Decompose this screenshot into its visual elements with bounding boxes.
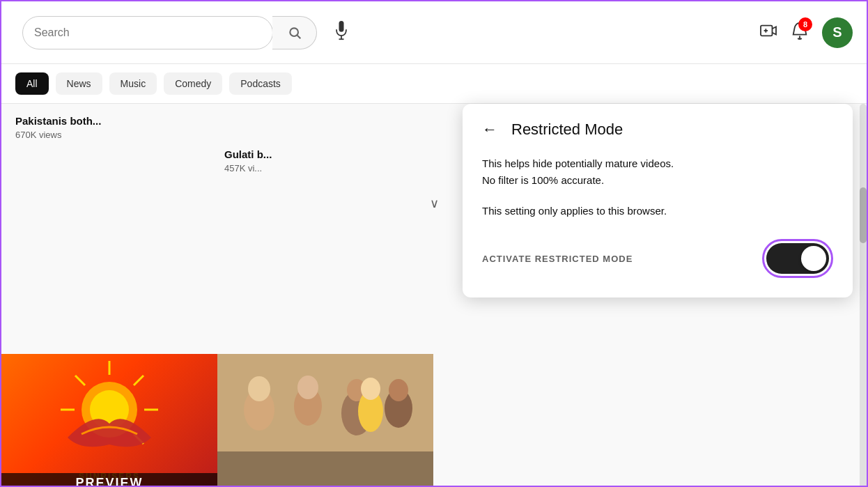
svg-point-28 bbox=[361, 378, 380, 400]
notification-badge: 8 bbox=[798, 17, 812, 31]
header-right: 8 S bbox=[759, 17, 853, 48]
scrollbar-thumb bbox=[860, 187, 867, 243]
chip-news[interactable]: News bbox=[56, 72, 102, 95]
chip-podcasts[interactable]: Podcasts bbox=[229, 72, 292, 95]
panel-title: Restricted Mode bbox=[511, 121, 623, 139]
preview-label: PREVIEW bbox=[1, 473, 217, 487]
chip-music[interactable]: Music bbox=[109, 72, 157, 95]
svg-rect-18 bbox=[217, 451, 433, 487]
notification-button[interactable]: 8 bbox=[791, 22, 808, 44]
search-input[interactable] bbox=[34, 26, 261, 39]
filter-bar: All News Music Comedy Podcasts bbox=[1, 64, 867, 104]
svg-point-0 bbox=[290, 28, 298, 36]
thumbnail-2-bg bbox=[217, 354, 433, 487]
avatar[interactable]: S bbox=[822, 17, 853, 48]
svg-point-26 bbox=[389, 379, 408, 401]
toggle-knob bbox=[801, 246, 826, 271]
video-views-2: 457K vi... bbox=[224, 163, 272, 173]
create-button[interactable] bbox=[759, 23, 777, 42]
chip-comedy[interactable]: Comedy bbox=[164, 72, 222, 95]
main-content: Pakistanis both... 670K views Gulati b..… bbox=[1, 104, 867, 487]
search-bar bbox=[22, 16, 273, 49]
toggle-container bbox=[762, 239, 833, 278]
svg-point-22 bbox=[297, 376, 318, 399]
restricted-mode-toggle[interactable] bbox=[766, 243, 829, 274]
header: 8 S bbox=[1, 1, 867, 64]
chip-all[interactable]: All bbox=[15, 72, 49, 95]
panel-header: ← Restricted Mode bbox=[482, 121, 833, 139]
panel-note: This setting only applies to this browse… bbox=[482, 203, 833, 219]
video-item-2: Gulati b... 457K vi... bbox=[224, 148, 272, 173]
thumbnails-row: SUNRISERS HYDERABAD PREVIEW bbox=[1, 354, 433, 487]
thumbnail-1-bg: SUNRISERS HYDERABAD bbox=[1, 354, 217, 487]
video-title-2: Gulati b... bbox=[224, 148, 272, 160]
svg-point-20 bbox=[248, 376, 270, 401]
header-left bbox=[15, 16, 759, 49]
restricted-mode-panel: ← Restricted Mode This helps hide potent… bbox=[463, 104, 853, 297]
scrollbar[interactable] bbox=[860, 104, 867, 487]
search-button[interactable] bbox=[272, 16, 317, 49]
activate-label: ACTIVATE RESTRICTED MODE bbox=[482, 254, 633, 264]
panel-description: This helps hide potentially mature video… bbox=[482, 155, 833, 189]
svg-rect-2 bbox=[339, 21, 344, 32]
svg-line-10 bbox=[134, 376, 144, 385]
thumbnail-2 bbox=[217, 354, 433, 487]
thumbnail-1: SUNRISERS HYDERABAD PREVIEW bbox=[1, 354, 217, 487]
svg-line-1 bbox=[297, 35, 300, 38]
back-button[interactable]: ← bbox=[482, 121, 497, 139]
panel-footer: ACTIVATE RESTRICTED MODE bbox=[482, 239, 833, 278]
svg-line-13 bbox=[75, 376, 85, 385]
mic-button[interactable] bbox=[334, 21, 349, 45]
